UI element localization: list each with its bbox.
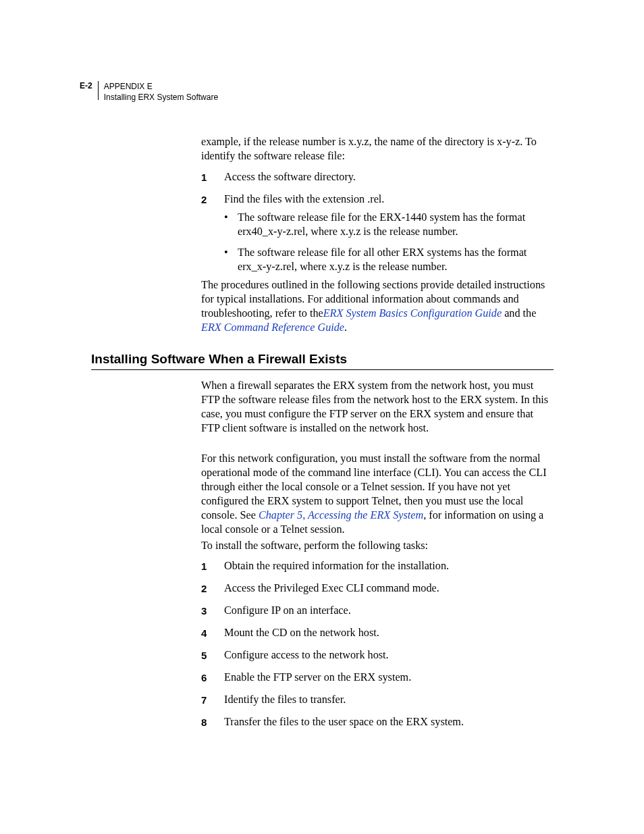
release-file-bullets: The software release file for the ERX-14… — [201, 211, 554, 281]
link-system-basics-guide[interactable]: ERX System Basics Configuration Guide — [323, 307, 502, 319]
intro-paragraph: example, if the release number is x.y.z,… — [201, 135, 554, 163]
list-item: 1Access the software directory. — [201, 170, 554, 184]
procedures-paragraph: The procedures outlined in the following… — [201, 278, 554, 335]
list-item: 2Find the files with the extension .rel. — [201, 192, 554, 207]
list-item: 4Mount the CD on the network host. — [201, 626, 554, 640]
list-item: 3Configure IP on an interface. — [201, 604, 554, 618]
section-paragraph-3: To install the software, perform the fol… — [201, 539, 554, 553]
section-heading: Installing Software When a Firewall Exis… — [91, 352, 347, 367]
list-item: 8Transfer the files to the user space on… — [201, 715, 554, 729]
list-item: 7Identify the files to transfer. — [201, 693, 554, 707]
section-heading-rule — [91, 369, 554, 370]
list-item: 1Obtain the required information for the… — [201, 559, 554, 573]
header-divider — [98, 81, 99, 100]
install-tasks: 1Obtain the required information for the… — [201, 559, 554, 738]
list-item: 6Enable the FTP server on the ERX system… — [201, 671, 554, 685]
identify-steps: 1Access the software directory. 2Find th… — [201, 170, 554, 215]
header-title: Installing ERX System Software — [104, 92, 218, 103]
section-paragraph-1: When a firewall separates the ERX system… — [201, 379, 554, 436]
list-item: 2Access the Privileged Exec CLI command … — [201, 581, 554, 596]
page: E-2 APPENDIX E Installing ERX System Sof… — [0, 0, 644, 834]
header-text: APPENDIX E Installing ERX System Softwar… — [104, 81, 218, 103]
header-appendix: APPENDIX E — [104, 81, 218, 92]
link-chapter-5[interactable]: Chapter 5, Accessing the ERX System — [259, 509, 423, 521]
list-item: The software release file for all other … — [224, 246, 554, 274]
list-item: 5Configure access to the network host. — [201, 648, 554, 662]
running-header: E-2 APPENDIX E Installing ERX System Sof… — [80, 81, 218, 103]
link-command-reference-guide[interactable]: ERX Command Reference Guide — [201, 321, 344, 334]
section-paragraph-2: For this network configuration, you must… — [201, 452, 554, 537]
page-number: E-2 — [80, 81, 98, 90]
list-item: The software release file for the ERX-14… — [224, 211, 554, 239]
